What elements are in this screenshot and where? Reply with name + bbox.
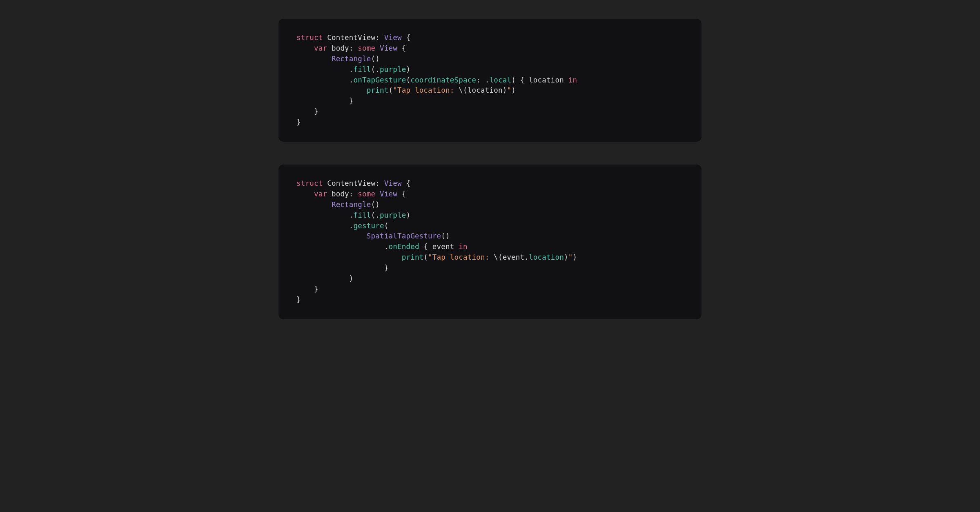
string-literal: "Tap location: xyxy=(393,86,459,94)
colon-dot: : . xyxy=(476,76,489,84)
keyword-in: in xyxy=(459,243,467,251)
enum-purple: purple xyxy=(380,65,406,73)
brace-close: } xyxy=(296,97,354,105)
brace-close: } xyxy=(296,118,301,126)
paren-close: ) xyxy=(572,253,577,261)
paren-open: ( xyxy=(388,86,393,94)
paren-open: ( xyxy=(406,76,410,84)
indent xyxy=(296,200,332,209)
interp-open: \( xyxy=(459,86,467,94)
paren-open: ( xyxy=(423,253,428,261)
call-rectangle: Rectangle xyxy=(332,55,371,63)
method-fill: fill xyxy=(354,211,371,219)
keyword-var: var xyxy=(314,190,327,198)
interp-close: ) xyxy=(503,86,507,94)
code-block-1[interactable]: struct ContentView: View { var body: som… xyxy=(278,19,702,142)
arg-coordinatespace: coordinateSpace xyxy=(410,76,476,84)
indent: . xyxy=(296,222,354,230)
indent: . xyxy=(296,65,354,73)
brace-open: { xyxy=(397,44,406,52)
keyword-some: some xyxy=(358,44,375,52)
brace-close: } xyxy=(296,107,318,116)
type-view: View xyxy=(384,33,402,42)
method-fill: fill xyxy=(354,65,371,73)
string-close: " xyxy=(568,253,573,261)
paren-close: ) xyxy=(296,274,354,283)
type-view: View xyxy=(380,190,397,198)
brace-close: } xyxy=(296,285,318,293)
brace-close: } xyxy=(296,296,301,304)
enum-purple: purple xyxy=(380,211,406,219)
paren-dot: (. xyxy=(371,211,380,219)
indent xyxy=(296,253,402,261)
paren-close: ) xyxy=(511,86,516,94)
paren-close: ) xyxy=(406,211,410,219)
interp-event: event. xyxy=(503,253,529,261)
brace-open: { xyxy=(397,190,406,198)
brace-open: { xyxy=(402,33,410,42)
closure-params: ) { location xyxy=(511,76,568,84)
type-contentview: ContentView: xyxy=(323,33,384,42)
call-rectangle: Rectangle xyxy=(332,200,371,209)
keyword-struct: struct xyxy=(296,179,323,187)
interp-location: location xyxy=(529,253,564,261)
method-gesture: gesture xyxy=(354,222,384,230)
indent: . xyxy=(296,76,354,84)
type-contentview: ContentView: xyxy=(323,179,384,187)
parens: () xyxy=(371,55,380,63)
brace-open: { xyxy=(402,179,410,187)
keyword-in: in xyxy=(568,76,577,84)
space xyxy=(375,190,380,198)
type-view: View xyxy=(384,179,402,187)
keyword-struct: struct xyxy=(296,33,323,42)
prop-body: body: xyxy=(327,44,358,52)
keyword-some: some xyxy=(358,190,375,198)
prop-body: body: xyxy=(327,190,358,198)
parens: () xyxy=(441,232,450,240)
method-onended: onEnded xyxy=(388,243,419,251)
brace-close: } xyxy=(296,264,388,272)
string-literal: "Tap location: xyxy=(428,253,494,261)
interp-close: ) xyxy=(564,253,568,261)
call-print: print xyxy=(402,253,424,261)
code-block-2[interactable]: struct ContentView: View { var body: som… xyxy=(278,165,702,319)
paren-close: ) xyxy=(406,65,410,73)
string-close: " xyxy=(507,86,511,94)
indent xyxy=(296,190,314,198)
enum-local: local xyxy=(489,76,511,84)
indent xyxy=(296,55,332,63)
indent xyxy=(296,232,367,240)
indent: . xyxy=(296,211,354,219)
closure-params: { event xyxy=(419,243,459,251)
paren-open: ( xyxy=(384,222,389,230)
interp-expr: location xyxy=(468,86,503,94)
indent: . xyxy=(296,243,388,251)
call-print: print xyxy=(367,86,389,94)
parens: () xyxy=(371,200,380,209)
indent xyxy=(296,44,314,52)
keyword-var: var xyxy=(314,44,327,52)
indent xyxy=(296,86,367,94)
interp-open: \( xyxy=(494,253,502,261)
call-spatialtapgesture: SpatialTapGesture xyxy=(367,232,441,240)
paren-dot: (. xyxy=(371,65,380,73)
space xyxy=(375,44,380,52)
type-view: View xyxy=(380,44,397,52)
method-ontapgesture: onTapGesture xyxy=(354,76,406,84)
